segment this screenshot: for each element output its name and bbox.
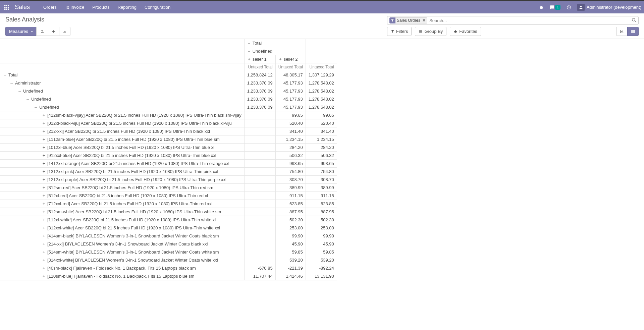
row-label[interactable]: −Undefined [0,87,245,95]
pivot-row: +[612xl-red] Acer SB220Q bi 21.5 inches … [0,192,337,200]
col-header-seller[interactable]: +seller 2 [275,55,306,63]
pivot-view-button[interactable] [627,27,639,36]
nav-orders[interactable]: Orders [43,5,57,10]
nav-configuration[interactable]: Configuration [145,5,170,10]
row-label[interactable]: +[512sm-white] Acer SB220Q bi 21.5 inche… [0,208,245,216]
row-label[interactable]: +[812sm-red] Acer SB220Q bi 21.5 inches … [0,184,245,192]
search-icon[interactable] [632,18,636,23]
graph-view-button[interactable] [616,27,628,36]
expand-icon[interactable]: + [278,57,282,62]
col-header-seller[interactable]: +seller 1 [244,55,275,63]
row-label[interactable]: +[214-xxl] BIYLACLESEN Women's 3-in-1 Sn… [0,240,245,248]
expand-icon[interactable]: + [42,137,46,142]
app-brand[interactable]: Sales [15,4,30,11]
row-label[interactable]: +[1112sm-blue] Acer SB220Q bi 21.5 inche… [0,135,245,144]
collapse-icon[interactable]: − [3,72,7,77]
svg-rect-7 [6,8,7,10]
nav-reporting[interactable]: Reporting [118,5,137,10]
expand-icon[interactable]: + [42,153,46,158]
group-by-button[interactable]: Group By [415,27,446,36]
pivot-row: +[514sm-white] BIYLACLESEN Women's 3-in-… [0,248,337,256]
row-label[interactable]: −Undefined [0,95,245,103]
row-label[interactable]: +[314xxl-white] BIYLACLESEN Women's 3-in… [0,256,245,264]
expand-icon[interactable]: + [42,161,46,166]
expand-icon[interactable]: + [42,266,46,271]
row-label[interactable]: −Administrator [0,79,245,87]
expand-icon[interactable]: + [42,209,46,214]
messaging-icon[interactable]: 1 [550,5,560,10]
row-label[interactable]: +[112xl-white] Acer SB220Q bi 21.5 inche… [0,216,245,224]
pivot-cell [244,135,275,144]
expand-icon[interactable]: + [42,185,46,190]
expand-icon[interactable]: + [42,129,46,134]
expand-icon[interactable]: + [42,193,46,198]
row-label[interactable]: +[40sm-black] Fjallraven - Foldsack No. … [0,264,245,272]
measures-button[interactable]: Measures▾ [5,27,37,36]
row-label[interactable]: +[1012xl-blue] Acer SB220Q bi 21.5 inche… [0,144,245,152]
row-label[interactable]: +[412sm-black-vijay] Acer SB220Q bi 21.5… [0,111,245,119]
pivot-cell: 45.90 [275,240,306,248]
measure-header[interactable]: Untaxed Total [275,63,306,71]
flip-axis-button[interactable] [36,27,48,36]
pivot-cell: 99.90 [306,232,337,240]
row-label[interactable]: +[912xxl-blue] Acer SB220Q bi 21.5 inche… [0,152,245,160]
row-label[interactable]: +[414sm-black] BIYLACLESEN Women's 3-in-… [0,232,245,240]
facet-remove[interactable]: ✕ [422,18,426,23]
pivot-cell [244,144,275,152]
collapse-icon[interactable]: − [34,105,38,110]
col-header-total[interactable]: −Total [244,39,306,47]
pivot-row: +[1112sm-blue] Acer SB220Q bi 21.5 inche… [0,135,337,144]
expand-icon[interactable]: + [42,169,46,174]
expand-all-button[interactable] [48,27,59,36]
nav-products[interactable]: Products [92,5,109,10]
expand-icon[interactable]: + [42,113,46,118]
pivot-cell [244,192,275,200]
expand-icon[interactable]: + [42,145,46,150]
expand-icon[interactable]: + [42,225,46,230]
debug-icon[interactable] [539,5,544,10]
row-label[interactable]: +[712xxl-red] Acer SB220Q bi 21.5 inches… [0,200,245,208]
collapse-icon[interactable]: − [247,41,251,46]
download-xlsx-button[interactable] [59,27,70,36]
row-label[interactable]: +[110sm-blue] Fjallraven - Foldsack No. … [0,272,245,280]
row-label[interactable]: +[212-xxl] Acer SB220Q bi 21.5 inches Fu… [0,127,245,135]
row-label[interactable]: +[1312xxl-pink] Acer SB220Q bi 21.5 inch… [0,168,245,176]
row-label[interactable]: +[012xl-black-viju] Acer SB220Q bi 21.5 … [0,119,245,127]
search-input[interactable] [429,18,632,23]
collapse-icon[interactable]: − [26,97,30,102]
expand-icon[interactable]: + [42,121,46,126]
search-view[interactable]: Sales Orders ✕ [387,16,639,25]
expand-icon[interactable]: + [42,201,46,206]
row-label[interactable]: +[1212xxl-purple] Acer SB220Q bi 21.5 in… [0,176,245,184]
nav-to-invoice[interactable]: To Invoice [65,5,85,10]
expand-icon[interactable]: + [42,241,46,246]
row-label[interactable]: +[514sm-white] BIYLACLESEN Women's 3-in-… [0,248,245,256]
pivot-cell: -892.24 [306,264,337,272]
collapse-icon[interactable]: − [18,89,22,94]
apps-icon[interactable] [3,3,11,11]
pivot-cell: 1,278,548.02 [306,103,337,111]
expand-icon[interactable]: + [42,258,46,263]
measure-header[interactable]: Untaxed Total [306,63,337,71]
row-label[interactable]: −Undefined [0,103,245,111]
row-label[interactable]: +[1412xxl-orange] Acer SB220Q bi 21.5 in… [0,160,245,168]
row-label[interactable]: −Total [0,71,245,79]
measure-header[interactable]: Untaxed Total [244,63,275,71]
col-header-undefined[interactable]: −Undefined [244,47,306,55]
expand-icon[interactable]: + [247,57,251,62]
favorites-button[interactable]: Favorites [450,27,481,36]
user-menu[interactable]: Administrator (development) [577,4,641,11]
pivot-cell: 389.99 [275,184,306,192]
row-label[interactable]: +[612xl-red] Acer SB220Q bi 21.5 inches … [0,192,245,200]
collapse-icon[interactable]: − [10,80,14,86]
row-label[interactable]: +[312xxl-white] Acer SB220Q bi 21.5 inch… [0,224,245,232]
activities-icon[interactable] [567,5,571,10]
expand-icon[interactable]: + [42,233,46,238]
expand-icon[interactable]: + [42,274,46,279]
collapse-icon[interactable]: − [247,49,251,54]
pivot-row: +[1412xxl-orange] Acer SB220Q bi 21.5 in… [0,160,337,168]
expand-icon[interactable]: + [42,177,46,182]
expand-icon[interactable]: + [42,217,46,222]
filters-button[interactable]: Filters [387,27,412,36]
expand-icon[interactable]: + [42,250,46,255]
